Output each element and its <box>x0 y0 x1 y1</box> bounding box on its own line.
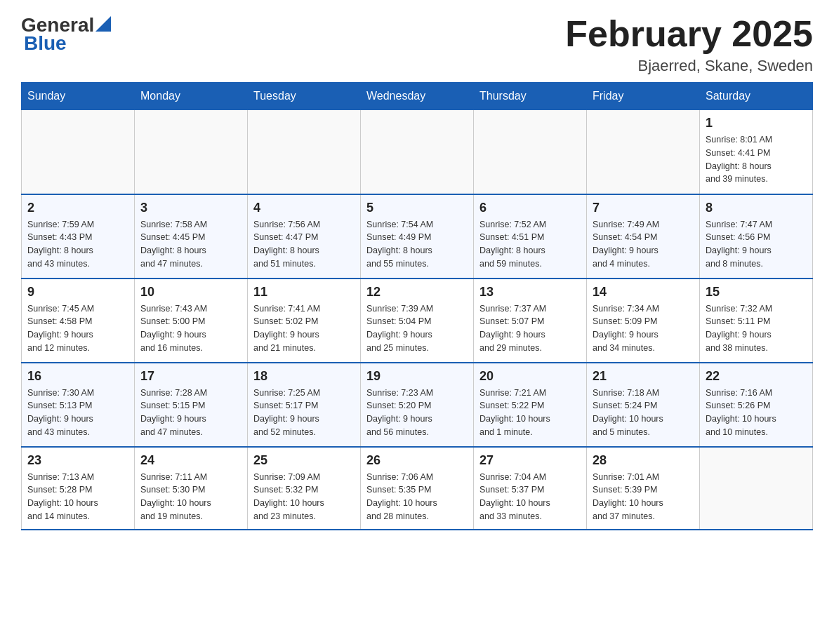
calendar-cell: 21Sunrise: 7:18 AM Sunset: 5:24 PM Dayli… <box>587 363 700 447</box>
weekday-header-monday: Monday <box>135 83 248 110</box>
title-block: February 2025 Bjaerred, Skane, Sweden <box>565 14 813 75</box>
calendar-cell <box>587 110 700 194</box>
weekday-header-tuesday: Tuesday <box>248 83 361 110</box>
calendar-cell: 18Sunrise: 7:25 AM Sunset: 5:17 PM Dayli… <box>248 363 361 447</box>
day-number: 10 <box>140 285 241 300</box>
calendar-cell: 1Sunrise: 8:01 AM Sunset: 4:41 PM Daylig… <box>700 110 813 194</box>
day-number: 17 <box>140 369 241 384</box>
weekday-header-thursday: Thursday <box>474 83 587 110</box>
day-info: Sunrise: 7:11 AM Sunset: 5:30 PM Dayligh… <box>140 471 241 523</box>
day-info: Sunrise: 7:47 AM Sunset: 4:56 PM Dayligh… <box>706 218 807 271</box>
day-number: 5 <box>366 201 468 215</box>
calendar-week-5: 23Sunrise: 7:13 AM Sunset: 5:28 PM Dayli… <box>22 447 813 530</box>
day-number: 25 <box>253 453 355 468</box>
weekday-header-saturday: Saturday <box>700 83 813 110</box>
day-info: Sunrise: 7:16 AM Sunset: 5:26 PM Dayligh… <box>706 387 807 439</box>
day-info: Sunrise: 7:58 AM Sunset: 4:45 PM Dayligh… <box>140 218 241 271</box>
calendar-cell: 15Sunrise: 7:32 AM Sunset: 5:11 PM Dayli… <box>700 279 813 363</box>
day-info: Sunrise: 7:06 AM Sunset: 5:35 PM Dayligh… <box>366 471 468 523</box>
calendar-cell: 27Sunrise: 7:04 AM Sunset: 5:37 PM Dayli… <box>474 447 587 530</box>
calendar-cell: 12Sunrise: 7:39 AM Sunset: 5:04 PM Dayli… <box>361 279 474 363</box>
calendar-cell <box>135 110 248 194</box>
day-number: 14 <box>593 285 694 300</box>
weekday-header-sunday: Sunday <box>22 83 135 110</box>
calendar-cell: 25Sunrise: 7:09 AM Sunset: 5:32 PM Dayli… <box>248 447 361 530</box>
logo-blue-text: Blue <box>24 32 67 55</box>
day-info: Sunrise: 7:59 AM Sunset: 4:43 PM Dayligh… <box>27 218 128 271</box>
calendar-cell: 2Sunrise: 7:59 AM Sunset: 4:43 PM Daylig… <box>22 194 135 279</box>
day-number: 22 <box>706 369 807 384</box>
calendar-cell: 9Sunrise: 7:45 AM Sunset: 4:58 PM Daylig… <box>22 279 135 363</box>
calendar-cell <box>474 110 587 194</box>
day-number: 13 <box>479 285 581 300</box>
day-info: Sunrise: 7:18 AM Sunset: 5:24 PM Dayligh… <box>593 387 694 439</box>
day-info: Sunrise: 7:52 AM Sunset: 4:51 PM Dayligh… <box>479 218 581 271</box>
calendar-cell: 17Sunrise: 7:28 AM Sunset: 5:15 PM Dayli… <box>135 363 248 447</box>
day-number: 7 <box>593 201 694 215</box>
day-info: Sunrise: 7:13 AM Sunset: 5:28 PM Dayligh… <box>27 471 128 523</box>
day-number: 12 <box>366 285 468 300</box>
calendar-cell: 22Sunrise: 7:16 AM Sunset: 5:26 PM Dayli… <box>700 363 813 447</box>
calendar-cell: 13Sunrise: 7:37 AM Sunset: 5:07 PM Dayli… <box>474 279 587 363</box>
calendar-cell <box>22 110 135 194</box>
calendar-week-1: 1Sunrise: 8:01 AM Sunset: 4:41 PM Daylig… <box>22 110 813 194</box>
day-info: Sunrise: 7:21 AM Sunset: 5:22 PM Dayligh… <box>479 387 581 439</box>
calendar-cell: 11Sunrise: 7:41 AM Sunset: 5:02 PM Dayli… <box>248 279 361 363</box>
calendar-cell: 3Sunrise: 7:58 AM Sunset: 4:45 PM Daylig… <box>135 194 248 279</box>
calendar-cell: 24Sunrise: 7:11 AM Sunset: 5:30 PM Dayli… <box>135 447 248 530</box>
weekday-header-friday: Friday <box>587 83 700 110</box>
day-info: Sunrise: 7:54 AM Sunset: 4:49 PM Dayligh… <box>366 218 468 271</box>
day-number: 2 <box>27 201 128 215</box>
logo: General Blue <box>21 14 111 55</box>
day-info: Sunrise: 7:01 AM Sunset: 5:39 PM Dayligh… <box>593 471 694 523</box>
month-title: February 2025 <box>565 14 813 54</box>
weekday-header-wednesday: Wednesday <box>361 83 474 110</box>
day-info: Sunrise: 7:25 AM Sunset: 5:17 PM Dayligh… <box>253 387 355 439</box>
day-number: 27 <box>479 453 581 468</box>
day-number: 23 <box>27 453 128 468</box>
day-info: Sunrise: 7:43 AM Sunset: 5:00 PM Dayligh… <box>140 302 241 355</box>
day-info: Sunrise: 7:45 AM Sunset: 4:58 PM Dayligh… <box>27 302 128 355</box>
calendar-cell: 5Sunrise: 7:54 AM Sunset: 4:49 PM Daylig… <box>361 194 474 279</box>
day-info: Sunrise: 7:39 AM Sunset: 5:04 PM Dayligh… <box>366 302 468 355</box>
day-number: 8 <box>706 201 807 215</box>
calendar-cell <box>700 447 813 530</box>
calendar-cell: 28Sunrise: 7:01 AM Sunset: 5:39 PM Dayli… <box>587 447 700 530</box>
day-number: 28 <box>593 453 694 468</box>
calendar-cell <box>248 110 361 194</box>
day-info: Sunrise: 7:34 AM Sunset: 5:09 PM Dayligh… <box>593 302 694 355</box>
day-info: Sunrise: 7:04 AM Sunset: 5:37 PM Dayligh… <box>479 471 581 523</box>
day-info: Sunrise: 7:23 AM Sunset: 5:20 PM Dayligh… <box>366 387 468 439</box>
day-number: 20 <box>479 369 581 384</box>
location-title: Bjaerred, Skane, Sweden <box>565 57 813 75</box>
calendar-cell: 7Sunrise: 7:49 AM Sunset: 4:54 PM Daylig… <box>587 194 700 279</box>
day-info: Sunrise: 7:30 AM Sunset: 5:13 PM Dayligh… <box>27 387 128 439</box>
day-info: Sunrise: 7:28 AM Sunset: 5:15 PM Dayligh… <box>140 387 241 439</box>
calendar-cell <box>361 110 474 194</box>
day-info: Sunrise: 8:01 AM Sunset: 4:41 PM Dayligh… <box>706 133 807 186</box>
calendar-cell: 4Sunrise: 7:56 AM Sunset: 4:47 PM Daylig… <box>248 194 361 279</box>
calendar-week-2: 2Sunrise: 7:59 AM Sunset: 4:43 PM Daylig… <box>22 194 813 279</box>
day-number: 11 <box>253 285 355 300</box>
logo-triangle-icon <box>95 16 111 32</box>
day-number: 18 <box>253 369 355 384</box>
day-number: 24 <box>140 453 241 468</box>
day-number: 16 <box>27 369 128 384</box>
svg-marker-0 <box>95 16 111 32</box>
day-number: 3 <box>140 201 241 215</box>
day-info: Sunrise: 7:49 AM Sunset: 4:54 PM Dayligh… <box>593 218 694 271</box>
day-number: 9 <box>27 285 128 300</box>
calendar-week-4: 16Sunrise: 7:30 AM Sunset: 5:13 PM Dayli… <box>22 363 813 447</box>
calendar-cell: 14Sunrise: 7:34 AM Sunset: 5:09 PM Dayli… <box>587 279 700 363</box>
day-number: 19 <box>366 369 468 384</box>
calendar-cell: 16Sunrise: 7:30 AM Sunset: 5:13 PM Dayli… <box>22 363 135 447</box>
calendar-cell: 20Sunrise: 7:21 AM Sunset: 5:22 PM Dayli… <box>474 363 587 447</box>
calendar-cell: 26Sunrise: 7:06 AM Sunset: 5:35 PM Dayli… <box>361 447 474 530</box>
day-info: Sunrise: 7:41 AM Sunset: 5:02 PM Dayligh… <box>253 302 355 355</box>
day-number: 4 <box>253 201 355 215</box>
day-info: Sunrise: 7:32 AM Sunset: 5:11 PM Dayligh… <box>706 302 807 355</box>
calendar-header-row: SundayMondayTuesdayWednesdayThursdayFrid… <box>22 83 813 110</box>
day-info: Sunrise: 7:56 AM Sunset: 4:47 PM Dayligh… <box>253 218 355 271</box>
page-header: General Blue February 2025 Bjaerred, Ska… <box>21 14 813 75</box>
day-number: 1 <box>706 116 807 130</box>
